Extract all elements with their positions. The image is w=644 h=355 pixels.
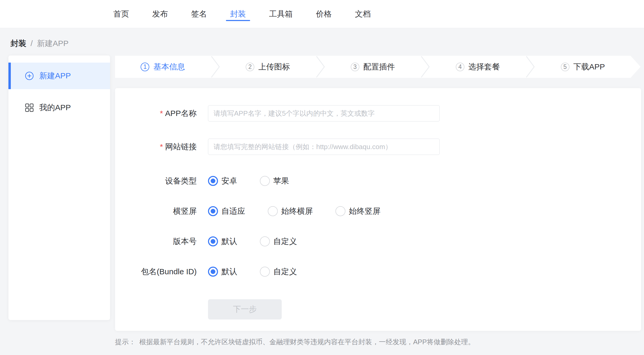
radio-version-custom[interactable]: 自定义: [260, 236, 297, 247]
top-nav: 首页 发布 签名 封装 工具箱 价格 文档: [0, 0, 644, 28]
radio-bundle-custom[interactable]: 自定义: [260, 266, 297, 277]
radio-device-ios[interactable]: 苹果: [260, 176, 289, 186]
step-number: 1: [141, 63, 149, 71]
tip-text: 根据最新平台规则，不允许区块链虚拟币、金融理财类等违规内容在平台封装，一经发现，…: [139, 337, 475, 347]
step-chevron-divider-icon: [526, 56, 535, 78]
radio-selected-icon[interactable]: [208, 176, 218, 186]
sidebar-item-label: 新建APP: [39, 70, 71, 81]
step-label: 上传图标: [258, 62, 290, 72]
step-number: 3: [351, 63, 359, 71]
device-type-label: 设备类型: [115, 176, 197, 186]
form-row-version: 版本号 默认 自定义: [115, 236, 641, 247]
radio-label: 始终横屏: [281, 206, 313, 217]
step-label: 选择套餐: [468, 62, 500, 72]
plus-circle-icon: [25, 72, 34, 80]
radio-device-android[interactable]: 安卓: [208, 176, 237, 186]
site-url-label: 网站链接: [165, 141, 197, 152]
new-app-form: * APP名称 * 网站链接 设备类型 安卓 苹果 横竖屏: [115, 88, 641, 331]
step-number: 2: [246, 63, 254, 71]
radio-label: 自定义: [273, 236, 297, 247]
radio-label: 自适应: [221, 206, 245, 217]
radio-version-default[interactable]: 默认: [208, 236, 237, 247]
nav-item-package[interactable]: 封装: [230, 0, 246, 28]
tip-prefix: 提示：: [115, 337, 136, 347]
radio-unselected-icon[interactable]: [260, 267, 270, 277]
breadcrumb-section[interactable]: 封装: [11, 39, 26, 48]
step-wizard: 1 基本信息 2 上传图标 3 配置插件 4 选择套餐 5 下载APP: [115, 56, 631, 78]
version-label: 版本号: [115, 236, 197, 247]
sidebar: 新建APP 我的APP: [8, 55, 110, 320]
step-number: 4: [456, 63, 464, 71]
radio-unselected-icon[interactable]: [260, 176, 270, 186]
nav-item-home[interactable]: 首页: [113, 0, 129, 28]
field-label: * 网站链接: [115, 141, 197, 152]
form-row-bundle-id: 包名(Bundle ID) 默认 自定义: [115, 266, 641, 277]
step-chevron-divider-icon: [211, 56, 220, 78]
step-label: 配置插件: [363, 62, 395, 72]
radio-selected-icon[interactable]: [208, 236, 218, 246]
required-asterisk: *: [160, 109, 163, 118]
radio-label: 安卓: [221, 176, 237, 186]
step-bar-arrow-tip-icon: [631, 56, 641, 78]
radio-label: 苹果: [273, 176, 289, 186]
radio-unselected-icon[interactable]: [260, 236, 270, 246]
form-row-device-type: 设备类型 安卓 苹果: [115, 175, 641, 187]
radio-orientation-landscape[interactable]: 始终横屏: [268, 206, 313, 217]
form-row-site-url: * 网站链接: [115, 139, 641, 155]
radio-label: 默认: [221, 266, 237, 277]
field-label: * APP名称: [115, 108, 197, 119]
sidebar-item-label: 我的APP: [39, 102, 71, 113]
site-url-input[interactable]: [208, 139, 440, 155]
step-chevron-divider-icon: [316, 56, 325, 78]
step-download-app[interactable]: 5 下载APP: [535, 56, 631, 78]
radio-unselected-icon[interactable]: [268, 206, 278, 216]
nav-item-toolbox[interactable]: 工具箱: [269, 0, 293, 28]
radio-label: 始终竖屏: [349, 206, 380, 217]
form-row-orientation: 横竖屏 自适应 始终横屏 始终竖屏: [115, 205, 641, 217]
radio-orientation-portrait[interactable]: 始终竖屏: [335, 206, 380, 217]
step-number: 5: [561, 63, 569, 71]
nav-item-publish[interactable]: 发布: [152, 0, 168, 28]
breadcrumb: 封装 / 新建APP: [11, 39, 68, 48]
app-name-input[interactable]: [208, 105, 440, 121]
step-chevron-divider-icon: [420, 56, 430, 78]
radio-orientation-auto[interactable]: 自适应: [208, 206, 245, 217]
sidebar-item-my-apps[interactable]: 我的APP: [8, 94, 110, 121]
sidebar-item-new-app[interactable]: 新建APP: [8, 63, 110, 89]
radio-bundle-default[interactable]: 默认: [208, 266, 237, 277]
nav-item-docs[interactable]: 文档: [355, 0, 371, 28]
app-name-label: APP名称: [165, 108, 197, 119]
breadcrumb-separator: /: [31, 39, 33, 48]
step-choose-plan[interactable]: 4 选择套餐: [430, 56, 526, 78]
radio-selected-icon[interactable]: [208, 206, 218, 216]
radio-selected-icon[interactable]: [208, 267, 218, 277]
grid-icon: [25, 103, 34, 112]
orientation-label: 横竖屏: [115, 206, 197, 217]
form-row-app-name: * APP名称: [115, 105, 641, 121]
breadcrumb-current: 新建APP: [37, 39, 68, 48]
nav-item-sign[interactable]: 签名: [191, 0, 207, 28]
radio-unselected-icon[interactable]: [335, 206, 345, 216]
step-label: 下载APP: [573, 62, 605, 72]
radio-label: 默认: [221, 236, 237, 247]
nav-item-pricing[interactable]: 价格: [316, 0, 332, 28]
bundle-id-label: 包名(Bundle ID): [115, 266, 197, 277]
required-asterisk: *: [160, 142, 163, 151]
step-basic-info[interactable]: 1 基本信息: [115, 56, 211, 78]
step-label: 基本信息: [153, 62, 185, 72]
step-upload-icon[interactable]: 2 上传图标: [220, 56, 316, 78]
next-step-button[interactable]: 下一步: [208, 299, 282, 320]
platform-rule-tip: 提示： 根据最新平台规则，不允许区块链虚拟币、金融理财类等违规内容在平台封装，一…: [115, 337, 475, 347]
step-configure-plugins[interactable]: 3 配置插件: [325, 56, 421, 78]
radio-label: 自定义: [273, 266, 297, 277]
